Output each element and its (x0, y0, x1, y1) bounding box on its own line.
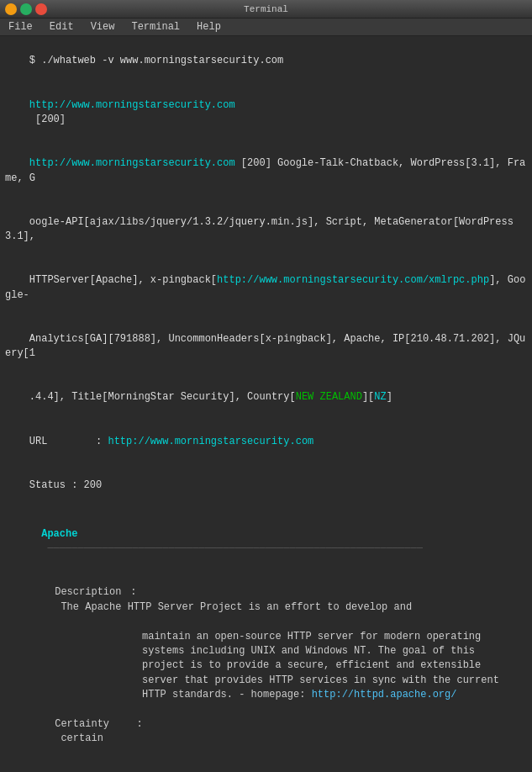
raw-rest-5: .4.4], Title[ (29, 391, 108, 403)
command-line: $ ./whatweb -v www.morningstarsecurity.c… (5, 40, 527, 83)
maximize-button[interactable] (20, 3, 32, 15)
menu-item-terminal[interactable]: Terminal (128, 20, 183, 34)
raw-title: MorningStar Security (108, 391, 229, 403)
menu-bar: FileEditViewTerminalHelp (0, 19, 532, 36)
apache-desc-2: maintain an open-source HTTP server for … (5, 630, 527, 644)
menu-item-file[interactable]: File (5, 20, 36, 34)
raw-line-3: HTTPServer[Apache], x-pingback[http://ww… (5, 259, 527, 318)
raw-rest-5d: ] (387, 391, 392, 403)
apache-desc-label: Description (55, 585, 130, 600)
apache-certainty-row: Certainty : certain (5, 703, 527, 762)
url-label: URL : (29, 436, 108, 447)
status-text-line: Status : 200 (5, 463, 527, 507)
apache-homepage-link: http://httpd.apache.org/ (312, 689, 457, 701)
plugin-apache-header: Apache ─────────────────────────────────… (5, 513, 527, 572)
menu-item-edit[interactable]: Edit (46, 20, 77, 34)
raw-url: http://www.morningstarsecurity.com (29, 157, 235, 169)
raw-link-1: http://www.morningstarsecurity.com/xmlrp… (217, 274, 489, 286)
raw-nz: NZ (374, 391, 386, 403)
raw-rest-5c: ][ (362, 391, 374, 403)
raw-line-4: Analytics[GA][791888], UncommonHeaders[x… (5, 317, 527, 376)
minimize-button[interactable] (5, 3, 17, 15)
apache-desc-row: Description: The Apache HTTP Server Proj… (5, 571, 527, 630)
plugin-country-header: Country ────────────────────────────────… (5, 766, 527, 772)
apache-certainty-label: Certainty (55, 717, 130, 732)
raw-nz-full: NEW ZEALAND (296, 391, 362, 403)
window-controls[interactable] (5, 3, 47, 15)
apache-desc-6: HTTP standards. - homepage: http://httpd… (5, 688, 527, 702)
raw-line-1: http://www.morningstarsecurity.com [200]… (5, 142, 527, 201)
apache-name: Apache (41, 528, 77, 540)
url-line: URL : http://www.morningstarsecurity.com (5, 420, 527, 463)
raw-rest-4: Analytics[GA][791888], UncommonHeaders[x… (5, 333, 525, 359)
apache-desc-4: project is to provide a secure, efficien… (5, 658, 527, 673)
status-text-value: Status : 200 (29, 479, 102, 491)
raw-line-2: oogle-API[ajax/libs/jquery/1.3.2/jquery.… (5, 200, 527, 259)
menu-item-help[interactable]: Help (193, 20, 224, 34)
plugin-country: Country ────────────────────────────────… (5, 766, 527, 772)
plugin-apache: Apache ─────────────────────────────────… (5, 513, 527, 762)
status-code: [200] (29, 114, 66, 125)
apache-separator: ────────────────────────────────────────… (41, 542, 423, 554)
apache-certainty-value: certain (55, 732, 103, 744)
status-url: http://www.morningstarsecurity.com (29, 99, 235, 111)
close-button[interactable] (35, 3, 47, 15)
raw-rest-3: HTTPServer[Apache], x-pingback[ (29, 274, 217, 286)
url-value: http://www.morningstarsecurity.com (108, 436, 313, 447)
apache-desc-value: The Apache HTTP Server Project is an eff… (55, 601, 412, 613)
raw-line-5: .4.4], Title[MorningStar Security], Coun… (5, 376, 527, 420)
status-line: http://www.morningstarsecurity.com [200] (5, 83, 527, 142)
raw-rest-5b: ], Country[ (229, 391, 295, 403)
command-text: $ ./whatweb -v www.morningstarsecurity.c… (29, 55, 283, 66)
raw-rest-2: oogle-API[ajax/libs/jquery/1.3.2/jquery.… (5, 216, 519, 242)
menu-item-view[interactable]: View (87, 20, 119, 34)
apache-desc-5: server that provides HTTP services in sy… (5, 674, 527, 688)
title-bar: Terminal (0, 0, 532, 19)
apache-desc-3: systems including UNIX and Windows NT. T… (5, 644, 527, 658)
terminal-body[interactable]: $ ./whatweb -v www.morningstarsecurity.c… (0, 36, 532, 772)
window-title: Terminal (244, 4, 288, 14)
